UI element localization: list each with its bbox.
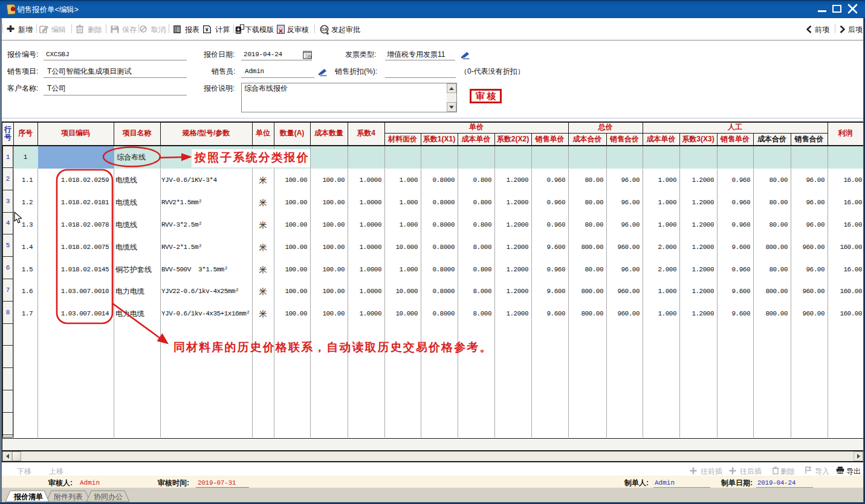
svg-text:OA: OA	[321, 27, 328, 31]
svg-text:¥: ¥	[206, 27, 209, 33]
